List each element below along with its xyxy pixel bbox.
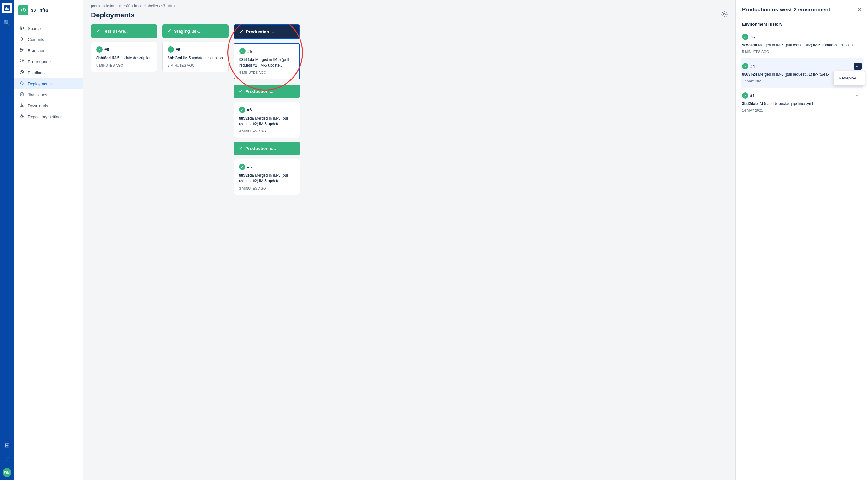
commits-icon xyxy=(19,37,25,42)
source-icon xyxy=(19,26,25,31)
sidebar-item-repository-settings[interactable]: Repository settings xyxy=(14,111,83,123)
deployments-icon xyxy=(19,81,25,87)
app-logo[interactable] xyxy=(2,3,12,13)
test-deploy-commit: 8bbf8cd IM-5 update description xyxy=(96,55,152,61)
redeploy-item[interactable]: Redeploy xyxy=(834,73,865,83)
main-content: pmmquickstartguides01 / ImageLabeller / … xyxy=(83,0,736,480)
svg-point-9 xyxy=(21,72,23,73)
production-check-icon: ✓ xyxy=(239,29,243,35)
production2-deploy-card[interactable]: ✓ #6 98531da Merged in IM-5 (pull reques… xyxy=(234,102,300,138)
history-1-menu-button[interactable]: ··· xyxy=(854,92,862,99)
create-icon[interactable]: ＋ xyxy=(3,33,11,43)
test-deploy-badge: ✓ xyxy=(96,46,102,53)
productionc-deploy-commit: 98531da Merged in IM-5 (pull request #2)… xyxy=(239,172,294,184)
test-deploy-number: ✓ #5 xyxy=(96,46,152,53)
productionc-deploy-badge: ✓ xyxy=(239,164,245,170)
staging-deploy-time: 7 MINUTES AGO xyxy=(167,63,223,67)
test-env-header[interactable]: ✓ Test us-we... xyxy=(91,24,157,38)
right-panel-title: Production us-west-2 environment xyxy=(742,7,831,13)
staging-deploy-commit: 8bbf8cd IM-5 update description xyxy=(167,55,223,61)
repo-header: s3_infra xyxy=(14,0,83,21)
sidebar-item-jira-issues[interactable]: Jira issues xyxy=(14,89,83,100)
branches-icon xyxy=(19,48,25,53)
productionc-check-icon: ✓ xyxy=(239,145,243,151)
sidebar-item-pipelines[interactable]: Pipelines xyxy=(14,67,83,78)
production-deploy-commit: 98531da Merged in IM-5 (pull request #2)… xyxy=(239,57,294,68)
production-deploy-card[interactable]: ✓ #6 98531da Merged in IM-5 (pull reques… xyxy=(234,43,300,79)
sidebar-item-deployments[interactable]: Deployments xyxy=(14,78,83,89)
test-check-icon: ✓ xyxy=(96,28,100,34)
history-item-4: ✓ #4 ··· 9863b24 Merged in IM-5 (pull re… xyxy=(741,58,863,88)
history-item-1: ✓ #1 ··· 3bd2dab IM-5 add bitbucket-pipe… xyxy=(742,88,862,117)
pipelines-icon xyxy=(19,70,25,75)
deployments-area: ✓ Test us-we... ✓ #5 8bbf8cd IM-5 update… xyxy=(83,24,736,480)
pull-requests-icon xyxy=(19,59,25,64)
history-4-menu-button[interactable]: ··· xyxy=(854,63,862,70)
production2-check-icon: ✓ xyxy=(239,88,243,94)
jira-issues-icon xyxy=(19,92,25,98)
help-icon[interactable]: ? xyxy=(4,454,10,464)
staging-column: ✓ Staging us-... ✓ #5 8bbf8cd IM-5 updat… xyxy=(162,24,228,72)
history-6-time: 5 MINUTES AGO xyxy=(742,50,862,54)
history-4-num: #4 xyxy=(750,64,755,69)
test-column: ✓ Test us-we... ✓ #5 8bbf8cd IM-5 update… xyxy=(91,24,157,72)
history-4-badge: ✓ xyxy=(742,63,748,69)
sidebar-item-branches[interactable]: Branches xyxy=(14,45,83,56)
repository-settings-icon xyxy=(19,114,25,119)
production-deploy-time: 5 MINUTES AGO xyxy=(239,71,294,74)
production-env-header[interactable]: ✓ Production ... xyxy=(234,24,300,39)
history-6-menu-button[interactable]: ··· xyxy=(854,33,862,40)
svg-point-8 xyxy=(20,70,24,74)
production2-deploy-num: #6 xyxy=(247,107,252,112)
left-nav: s3_infra Source Commits Branches Pull re… xyxy=(14,0,83,480)
production2-deploy-time: 4 MINUTES AGO xyxy=(239,129,294,133)
avatar[interactable]: WM xyxy=(2,468,11,477)
staging-deploy-number: ✓ #5 xyxy=(167,46,223,53)
page-header: Deployments xyxy=(83,8,736,24)
staging-env-header[interactable]: ✓ Staging us-... xyxy=(162,24,228,38)
production-selected-wrapper: ✓ Production ... ✓ #6 98531da Merged in … xyxy=(234,24,300,79)
history-6-num: #6 xyxy=(750,35,755,39)
history-list: ✓ #6 ··· 98531da Merged in IM-5 (pull re… xyxy=(736,29,868,480)
productionc-deploy-card[interactable]: ✓ #6 98531da Merged in IM-5 (pull reques… xyxy=(234,159,300,195)
sidebar-item-source[interactable]: Source xyxy=(14,23,83,34)
sidebar-item-commits[interactable]: Commits xyxy=(14,34,83,45)
staging-check-icon: ✓ xyxy=(167,28,172,34)
breadcrumb-page[interactable]: s3_infra xyxy=(161,4,175,8)
right-panel-header: Production us-west-2 environment ✕ xyxy=(736,0,868,18)
test-env-name: Test us-we... xyxy=(102,29,129,34)
productionc-deploy-number: ✓ #6 xyxy=(239,164,294,170)
production2-env-name: Production ... xyxy=(245,89,273,94)
history-1-num: #1 xyxy=(750,93,755,98)
productionc-env-header[interactable]: ✓ Production c... xyxy=(234,142,300,155)
productionc-deploy-num: #6 xyxy=(247,165,252,169)
history-1-commit: 3bd2dab IM-5 add bitbucket-pipelines.yml xyxy=(742,101,862,107)
breadcrumb-org[interactable]: pmmquickstartguides01 xyxy=(91,4,131,8)
breadcrumb-repo[interactable]: ImageLabeller xyxy=(134,4,158,8)
test-deploy-card[interactable]: ✓ #5 8bbf8cd IM-5 update description 8 M… xyxy=(91,42,157,72)
downloads-icon xyxy=(19,103,25,108)
production-deploy-num: #6 xyxy=(247,49,252,54)
svg-point-1 xyxy=(21,38,23,40)
right-panel: Production us-west-2 environment ✕ Envir… xyxy=(736,0,868,480)
staging-deploy-num: #5 xyxy=(176,47,180,52)
history-1-badge: ✓ xyxy=(742,93,748,99)
production2-deploy-badge: ✓ xyxy=(239,107,245,113)
sidebar-item-downloads[interactable]: Downloads xyxy=(14,100,83,111)
grid-icon[interactable]: ⊞ xyxy=(3,441,11,450)
search-icon[interactable]: 🔍 xyxy=(2,18,12,28)
repo-icon xyxy=(18,5,28,15)
breadcrumb: pmmquickstartguides01 / ImageLabeller / … xyxy=(83,0,736,8)
app-sidebar: 🔍 ＋ ⊞ ? WM xyxy=(0,0,14,480)
close-button[interactable]: ✕ xyxy=(857,6,862,13)
redeploy-popover: Redeploy xyxy=(833,71,865,85)
production2-env-header[interactable]: ✓ Production ... xyxy=(234,84,300,98)
settings-icon[interactable] xyxy=(721,11,728,19)
page-title: Deployments xyxy=(91,11,134,19)
svg-point-12 xyxy=(723,13,725,15)
history-item-6: ✓ #6 ··· 98531da Merged in IM-5 (pull re… xyxy=(742,29,862,58)
staging-deploy-card[interactable]: ✓ #5 8bbf8cd IM-5 update description 7 M… xyxy=(162,42,228,72)
history-6-badge: ✓ xyxy=(742,34,748,40)
production-column: ✓ Production ... ✓ #6 98531da Merged in … xyxy=(234,24,300,195)
sidebar-item-pull-requests[interactable]: Pull requests xyxy=(14,56,83,67)
